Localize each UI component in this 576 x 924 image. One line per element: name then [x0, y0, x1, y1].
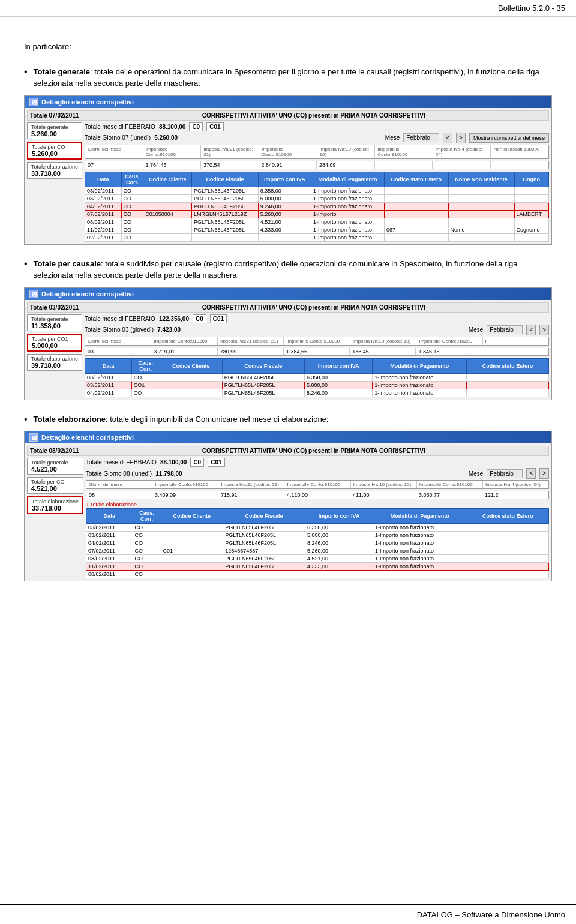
window-1-title-text: Dettaglio elenchi corrispettivi — [41, 98, 134, 106]
w1-th-cliente: Codice Cliente — [143, 172, 192, 187]
w2-left-totals: Totale generale 11.358,00 Totale per CO1… — [27, 314, 82, 397]
w1-main-title: CORRISPETTIVI ATTIVITA' UNO (CO) present… — [82, 112, 546, 119]
w1-th-data: Data — [85, 172, 122, 187]
w1-th-importo: Importo con IVA — [258, 172, 311, 187]
w2-prev-btn[interactable]: < — [526, 325, 536, 335]
section-1-title-bold: Totale generale — [34, 67, 90, 76]
w1-th-fiscale: Codice Fiscale — [192, 172, 259, 187]
w1-th-nome: Nome Non residente — [448, 172, 514, 187]
w3-right-content: Totale mese di FEBBRAIO 88.100,00 C0 C01… — [86, 458, 549, 578]
w3-left-totals: Totale generale 4.521,00 Totale per CO 4… — [27, 458, 83, 578]
w2-split: Totale generale 11.358,00 Totale per CO1… — [27, 314, 549, 397]
w2-totale-giorno-value: 7.423,00 — [157, 326, 181, 333]
w3-co-badge: C0 — [190, 458, 204, 467]
w3-prev-btn[interactable]: < — [526, 468, 536, 479]
w3-totale-elaborazione-box: Totale elaborazione 33.718,00 — [27, 496, 83, 514]
w3-split: Totale generale 4.521,00 Totale per CO 4… — [27, 458, 549, 578]
bullet-1: • — [24, 67, 28, 77]
w3-totale-elaborazione-value: 33.718,00 — [32, 505, 79, 512]
w1-split: Totale generale 5.260,00 Totale per CO 5… — [27, 122, 549, 242]
w3-co1-badge: C01 — [208, 458, 224, 467]
w3-totale-giorno-value: 11.798,00 — [155, 470, 182, 477]
table-row: 08/02/2011COPGLTLN65L46F205L4.521,001-Im… — [85, 218, 549, 226]
w1-stat-v1: 1.764,46 — [143, 161, 202, 169]
w3-totale-mese-value: 88.100,00 — [160, 459, 187, 466]
w1-stat-h2: Imposta Iva:21 (codice: 21) — [201, 145, 259, 158]
table-row: 02/02/2011CO1-Importo non frazionato — [85, 233, 549, 241]
w1-totale-per-co-box: Totale per CO 5.260,00 — [27, 142, 82, 160]
window-3-title-text: Dettaglio elenchi corrispettivi — [41, 434, 134, 441]
table-row: 03/02/2011COPGLTLN65L46F205L6.358,001-Im… — [86, 524, 549, 532]
w1-th-caus: Caus.Corr. — [121, 172, 143, 187]
w1-totale-elaborazione-value: 33.718,00 — [31, 170, 78, 177]
w3-mese-label: Mese — [469, 470, 483, 477]
w3-main-title: CORRISPETTIVI ATTIVITA' UNO (CO) present… — [82, 448, 546, 454]
w1-mese-label: Mese — [385, 134, 400, 141]
w1-stat-v2: 370,54 — [201, 161, 259, 169]
w1-stat-h0: Giorni del mese — [85, 145, 143, 158]
window-3: 🖼 Dettaglio elenchi corrispettivi Totale… — [24, 431, 552, 581]
w2-totale-giorno-label: Totale Giorno 03 (giovedì) — [85, 326, 154, 333]
w1-th-cognome: Cogno — [514, 172, 548, 187]
w1-co1-badge: C01 — [206, 122, 223, 131]
w1-th-stato: Codice stato Estero — [385, 172, 448, 187]
w1-totale-giorno-label: Totale Giorno 07 (lunedì) — [85, 134, 151, 141]
table-row: 11/02/2011COPGLTLN65L46F205L4.333,001-Im… — [85, 226, 549, 233]
w3-totale-per-co-value: 4.521,00 — [31, 485, 79, 492]
w1-co-badge: C0 — [189, 122, 203, 131]
w2-next-btn[interactable]: > — [539, 325, 549, 335]
w2-totale-per-co1-box: Totale per CO1 5.000,00 — [27, 334, 82, 352]
w3-totale-generale-box: Totale generale 4.521,00 — [27, 458, 83, 475]
w1-stat-v7 — [491, 161, 549, 169]
w1-stat-h6: Imposta Iva:4 (codice: 04) — [433, 145, 491, 158]
section-3-title-bold: Totale elaborazione — [34, 415, 106, 424]
w1-stat-v5 — [375, 161, 433, 169]
w1-next-btn[interactable]: > — [456, 133, 466, 143]
w2-totale-elaborazione-value: 39.718,00 — [31, 362, 78, 369]
w1-th-modalita: Modalità di Pagamento — [311, 172, 384, 187]
window-2: 🖼 Dettaglio elenchi corrispettivi Totale… — [24, 287, 552, 400]
w1-stat-v6 — [433, 161, 491, 169]
w2-data-table: Data Caus.Corr. Codice Cliente Codice Fi… — [85, 358, 549, 397]
w2-totale-generale-label: Totale generale — [31, 316, 78, 322]
intro-section: In particolare: — [24, 41, 552, 53]
table-row-highlighted: 07/02/2011COC01050004LMRGLN45L67L219Z5.2… — [85, 210, 549, 218]
table-row: 08/02/2011CO — [86, 571, 549, 578]
w3-totale-elaborazione-label: Totale elaborazione — [32, 499, 79, 505]
window-1: 🖼 Dettaglio elenchi corrispettivi Totale… — [24, 95, 552, 245]
w2-totale-generale-value: 11.358,00 — [31, 322, 78, 329]
w1-totale-generale-box: Totale generale 5.260,00 — [27, 122, 82, 139]
w1-stat-h5: Imponibile Conto:910100 — [375, 145, 433, 158]
table-row: 03/02/2011COPGLTLN65L46F205L6.358,001-Im… — [85, 373, 549, 381]
w2-totale-mese-label: Totale mese di FEBBRAIO — [85, 316, 155, 322]
w3-totale-per-co-label: Totale per CO — [31, 479, 79, 485]
header-bar: Bollettino 5.2.0 - 35 — [0, 0, 576, 17]
section-totale-elaborazione: • Totale elaborazione: totale degli impo… — [24, 413, 552, 582]
w1-prev-btn[interactable]: < — [443, 133, 452, 143]
table-row: 03/02/2011COPGLTLN65L46F205L5.000,001-Im… — [85, 194, 549, 202]
window-3-body: Totale 08/02/2011 CORRISPETTIVI ATTIVITA… — [25, 443, 551, 581]
window-1-body: Totale 07/02/2011 CORRISPETTIVI ATTIVITA… — [25, 108, 551, 244]
w2-totale-elaborazione-label: Totale elaborazione — [31, 356, 78, 362]
w2-totale-per-co1-value: 5.000,00 — [32, 342, 77, 349]
w1-stats-data: 07 1.764,46 370,54 2.840,91 284,09 — [85, 161, 549, 169]
w3-totale-giorno-label: Totale Giorno 08 (lunedì) — [86, 470, 152, 477]
header-title: Bollettino 5.2.0 - 35 — [498, 4, 565, 13]
w1-stat-v4: 284,09 — [317, 161, 375, 169]
footer-text: DATALOG – Software a Dimensione Uomo — [417, 910, 565, 919]
section-2-title-bold: Totale per causale — [34, 259, 101, 268]
w3-next-btn[interactable]: > — [539, 468, 549, 479]
w2-stats-header: Giorni del mese Imponibile Conto:910200 … — [85, 337, 549, 346]
w3-data-table: Data Caus.Corr. Codice Cliente Codice Fi… — [86, 508, 549, 578]
w1-totale-mese-label: Totale mese di FEBBRAIO — [85, 124, 155, 130]
w1-mostra-btn[interactable]: Mostra i corrispettivi del mese — [469, 133, 549, 143]
w1-top-label: Totale 07/02/2011 — [30, 112, 79, 119]
w2-mese-input[interactable]: Febbraio — [487, 325, 523, 334]
w1-left-totals: Totale generale 5.260,00 Totale per CO 5… — [27, 122, 82, 242]
table-row: 04/02/2011COPGLTLN65L46F205L8.246,001-Im… — [85, 389, 549, 397]
w1-stat-h3: Imponibile Conto:910100 — [259, 145, 317, 158]
w1-mese-input[interactable]: Febbraio — [403, 133, 439, 142]
bullet-2: • — [24, 259, 28, 269]
w2-totale-per-co1-label: Totale per CO1 — [32, 336, 77, 342]
w3-mese-input[interactable]: Febbraio — [487, 469, 523, 478]
